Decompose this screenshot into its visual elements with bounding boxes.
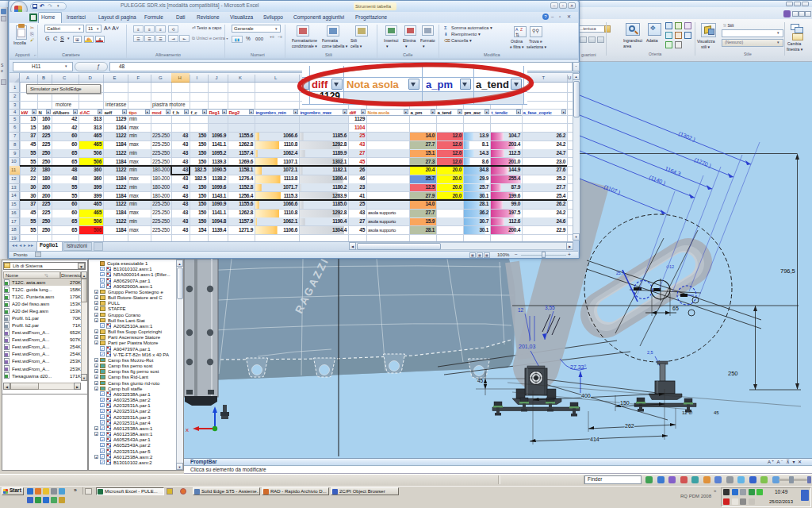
svg-text:150: 150 (620, 400, 630, 406)
svg-text:25,7: 25,7 (616, 271, 624, 275)
svg-text:796,5: 796,5 (780, 267, 795, 275)
svg-text:65: 65 (672, 306, 679, 311)
svg-text:400: 400 (581, 393, 591, 398)
svg-text:12 ∅: 12 ∅ (682, 410, 693, 415)
svg-text:45: 45 (477, 378, 484, 383)
svg-text:x: x (186, 426, 189, 433)
svg-text:45: 45 (714, 410, 719, 415)
svg-text:262: 262 (625, 423, 634, 429)
svg-text:12: 12 (518, 307, 524, 313)
svg-text:201,03: 201,03 (519, 344, 536, 349)
svg-text:2,5: 2,5 (647, 350, 653, 355)
svg-text:414: 414 (590, 437, 599, 442)
svg-text:250: 250 (728, 370, 738, 377)
svg-text:3,55: 3,55 (545, 305, 555, 310)
